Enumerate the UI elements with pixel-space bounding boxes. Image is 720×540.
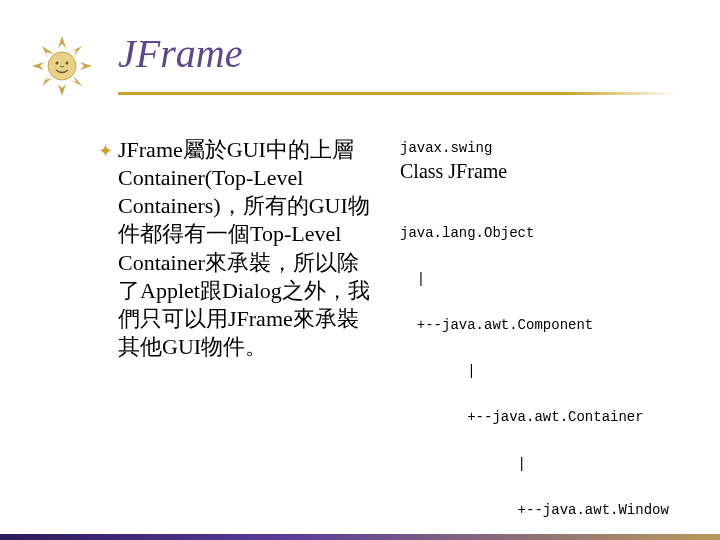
svg-marker-3	[32, 62, 44, 70]
bullet-block: ✦ JFrame屬於GUI中的上層Container(Top-Level Con…	[118, 136, 378, 361]
svg-point-9	[56, 62, 59, 65]
svg-marker-1	[80, 62, 92, 70]
svg-marker-6	[42, 74, 52, 86]
svg-marker-0	[58, 36, 66, 48]
sun-icon	[30, 34, 94, 98]
tree-node: |	[400, 364, 680, 379]
svg-marker-4	[70, 46, 82, 56]
svg-point-8	[48, 52, 76, 80]
tree-node: +--java.awt.Window	[400, 503, 680, 518]
footer-gradient	[0, 534, 720, 540]
svg-marker-2	[58, 84, 66, 96]
slide-title: JFrame	[118, 30, 242, 77]
bullet-text: JFrame屬於GUI中的上層Container(Top-Level Conta…	[118, 136, 378, 361]
tree-node: |	[400, 272, 680, 287]
inheritance-tree: java.lang.Object | +--java.awt.Component…	[400, 195, 680, 540]
class-hierarchy-diagram: javax.swing Class JFrame java.lang.Objec…	[400, 140, 680, 540]
tree-node: |	[400, 457, 680, 472]
package-label: javax.swing	[400, 140, 680, 156]
svg-point-10	[66, 62, 69, 65]
class-name: Class JFrame	[400, 160, 680, 183]
tree-node: +--java.awt.Component	[400, 318, 680, 333]
tree-node: java.lang.Object	[400, 226, 680, 241]
tree-node: +--java.awt.Container	[400, 410, 680, 425]
svg-marker-5	[70, 76, 82, 86]
bullet-icon: ✦	[98, 140, 113, 163]
title-underline	[118, 92, 678, 95]
